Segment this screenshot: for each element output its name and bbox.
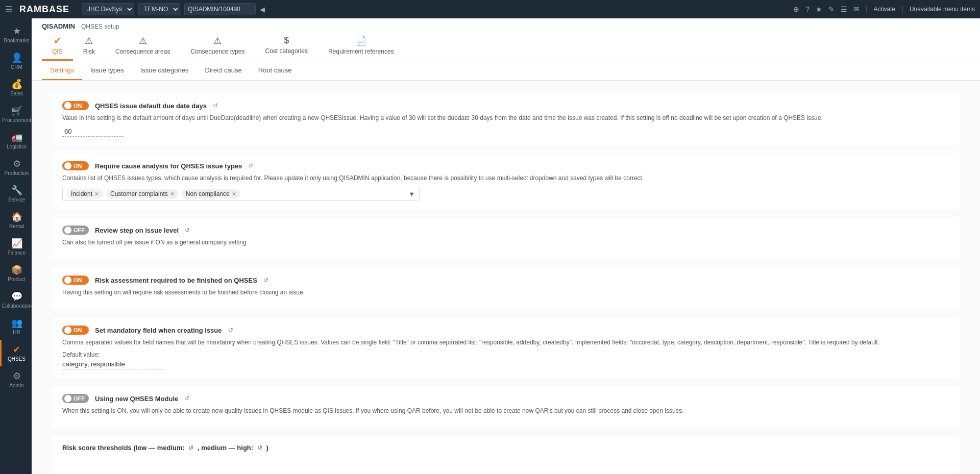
- target-icon[interactable]: ⊕: [793, 5, 799, 13]
- due-date-refresh-icon[interactable]: ↺: [213, 102, 218, 109]
- toggle-circle: [64, 102, 71, 109]
- tab-risk[interactable]: ⚠ Risk: [73, 32, 105, 61]
- sidebar-item-product[interactable]: 📦 Product: [0, 260, 32, 287]
- service-icon: 🔧: [11, 185, 22, 196]
- menu-icon[interactable]: ☰: [5, 5, 12, 14]
- risk-assessment-refresh-icon[interactable]: ↺: [263, 277, 268, 284]
- collaboration-icon: 💬: [11, 291, 22, 302]
- tag-non-compliance-close[interactable]: ✕: [232, 191, 236, 197]
- sub-tab-issue-types[interactable]: Issue types: [82, 61, 132, 80]
- path-input[interactable]: [184, 3, 256, 15]
- mandatory-field-setting: ON Set mandatory field when creating iss…: [52, 317, 960, 378]
- risk-assessment-title: Risk assessment required to be finished …: [95, 277, 257, 284]
- consequence-types-tab-icon: ⚠: [213, 35, 222, 46]
- page-header-top: QISADMIN QHSES setup: [42, 22, 970, 30]
- due-date-input[interactable]: [62, 127, 124, 137]
- activate-link[interactable]: Activate: [874, 6, 896, 13]
- risk-medium-high-refresh[interactable]: ↺: [257, 444, 262, 452]
- sub-tab-direct-cause[interactable]: Direct cause: [197, 61, 250, 80]
- risk-assessment-setting: ON Risk assessment required to be finish…: [52, 267, 960, 309]
- cause-analysis-title: Require cause analysis for QHSES issue t…: [95, 162, 242, 170]
- sales-icon: 💰: [11, 79, 22, 90]
- cost-categories-tab-label: Cost categories: [265, 47, 308, 55]
- help-icon[interactable]: ?: [805, 5, 810, 13]
- sidebar-item-hr[interactable]: 👥 HR: [0, 313, 32, 340]
- toggle-circle-6: [64, 395, 71, 402]
- sidebar-label-rental: Rental: [9, 223, 24, 230]
- new-module-header: OFF Using new QHSES Module ↺: [62, 394, 949, 403]
- sidebar-label-bookmarks: Bookmarks: [4, 38, 29, 44]
- sidebar-item-rental[interactable]: 🏠 Rental: [0, 207, 32, 234]
- risk-assessment-header: ON Risk assessment required to be finish…: [62, 276, 949, 285]
- sidebar-item-qhses[interactable]: ✔ QHSES: [0, 340, 32, 366]
- consequence-areas-tab-label: Consequence areas: [115, 48, 170, 55]
- toggle-circle-3: [64, 227, 71, 234]
- admin-icon: ⚙: [13, 370, 21, 382]
- risk-tab-label: Risk: [83, 48, 95, 55]
- risk-tab-icon: ⚠: [85, 35, 93, 46]
- sidebar-item-service[interactable]: 🔧 Service: [0, 181, 32, 207]
- production-icon: ⚙: [13, 158, 21, 169]
- sidebar-item-procurement[interactable]: 🛒 Procurement: [0, 101, 32, 128]
- cause-analysis-refresh-icon[interactable]: ↺: [248, 162, 253, 169]
- tag-dropdown-arrow[interactable]: ▼: [408, 190, 415, 198]
- tag-customer-complaints-close[interactable]: ✕: [170, 191, 175, 197]
- cause-analysis-toggle[interactable]: ON: [62, 161, 89, 170]
- new-module-refresh-icon[interactable]: ↺: [184, 395, 189, 402]
- tab-consequence-areas[interactable]: ⚠ Consequence areas: [105, 32, 180, 61]
- sidebar-item-crm[interactable]: 👤 CRM: [0, 48, 32, 74]
- env-selector[interactable]: TEM-NO: [138, 3, 180, 15]
- sidebar-item-finance[interactable]: 📈 Finance: [0, 234, 32, 260]
- unavailable-link[interactable]: Unavailable menu items: [910, 6, 975, 13]
- sidebar-item-bookmarks[interactable]: ★ Bookmarks: [0, 21, 32, 48]
- risk-slider-wrapper: 7 15 Min -5: [62, 460, 949, 474]
- star-icon[interactable]: ★: [816, 5, 822, 13]
- review-step-refresh-icon[interactable]: ↺: [185, 227, 190, 234]
- sidebar-item-production[interactable]: ⚙ Production: [0, 154, 32, 181]
- sidebar-label-qhses: QHSES: [8, 356, 26, 362]
- path-back-icon[interactable]: ◀: [260, 6, 265, 13]
- procurement-icon: 🛒: [11, 105, 22, 116]
- sidebar-label-product: Product: [8, 277, 25, 283]
- mandatory-field-refresh-icon[interactable]: ↺: [228, 327, 233, 334]
- sidebar-item-collaboration[interactable]: 💬 Collaboration: [0, 287, 32, 313]
- tag-incident-close[interactable]: ✕: [94, 191, 99, 197]
- hr-icon: 👥: [11, 317, 22, 329]
- risk-assessment-toggle[interactable]: ON: [62, 276, 89, 285]
- qhses-icon: ✔: [13, 344, 20, 355]
- sub-tab-issue-categories[interactable]: Issue categories: [132, 61, 197, 80]
- risk-low-medium-refresh[interactable]: ↺: [188, 444, 193, 452]
- company-selector[interactable]: JHC DevSys: [82, 3, 134, 15]
- tab-consequence-types[interactable]: ⚠ Consequence types: [180, 32, 255, 61]
- sidebar-label-logistics: Logistics: [7, 144, 27, 150]
- list-icon[interactable]: ☰: [841, 5, 847, 13]
- cause-analysis-desc: Contains list of QHSES issues types, whi…: [62, 173, 949, 183]
- separator: |: [866, 5, 868, 13]
- new-module-title: Using new QHSES Module: [95, 395, 178, 403]
- consequence-areas-tab-icon: ⚠: [139, 35, 147, 46]
- new-module-toggle[interactable]: OFF: [62, 394, 89, 403]
- risk-title-text3: ): [266, 444, 268, 452]
- sub-tab-settings[interactable]: Settings: [42, 61, 82, 80]
- mail-icon[interactable]: ✉: [853, 5, 860, 13]
- mandatory-field-toggle[interactable]: ON: [62, 326, 89, 335]
- rental-icon: 🏠: [11, 211, 22, 222]
- due-date-toggle[interactable]: ON: [62, 101, 89, 110]
- sub-tab-root-cause[interactable]: Root cause: [250, 61, 300, 80]
- due-date-header: ON QHSES issue default due date days ↺: [62, 101, 949, 110]
- sidebar-item-admin[interactable]: ⚙ Admin: [0, 366, 32, 393]
- tab-requirement-references[interactable]: 📄 Requirement references: [318, 32, 404, 61]
- page-subtitle: QHSES setup: [81, 23, 119, 30]
- cause-analysis-tag-area[interactable]: Incident ✕ Customer complaints ✕ Non com…: [62, 187, 420, 201]
- top-bar: ☰ RAMBASE JHC DevSys TEM-NO ◀ ⊕ ? ★ ✎ ☰ …: [0, 0, 980, 18]
- review-step-toggle[interactable]: OFF: [62, 226, 89, 235]
- sidebar-item-sales[interactable]: 💰 Sales: [0, 74, 32, 101]
- sidebar-item-logistics[interactable]: 🚛 Logistics: [0, 128, 32, 154]
- edit-icon[interactable]: ✎: [828, 5, 835, 13]
- tab-cost-categories[interactable]: $ Cost categories: [255, 32, 318, 61]
- tab-qis[interactable]: ✔ QIS: [42, 32, 73, 61]
- page-header: QISADMIN QHSES setup ✔ QIS ⚠ Risk ⚠ Cons…: [32, 18, 980, 61]
- sidebar-label-admin: Admin: [9, 383, 23, 389]
- risk-title-text2: , medium — high:: [198, 444, 253, 452]
- risk-thresholds-title: Risk score thresholds (low — medium: ↺ ,…: [62, 444, 949, 452]
